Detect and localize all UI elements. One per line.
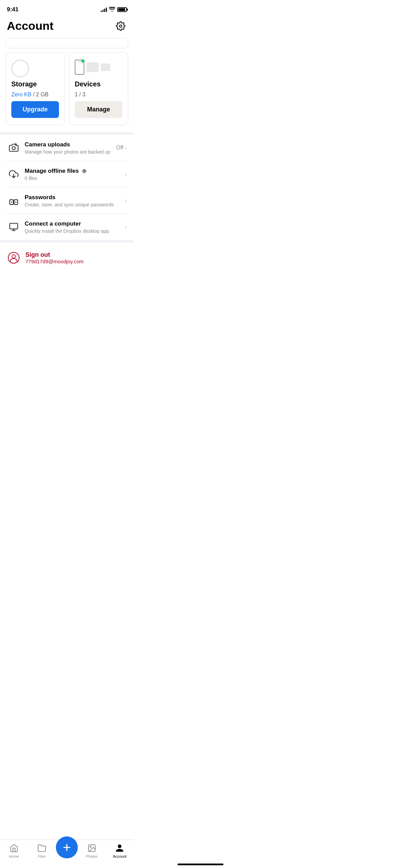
camera-uploads-label: Camera uploads <box>25 141 116 148</box>
device-tablet-icon <box>86 62 99 72</box>
passwords-right: › <box>125 197 127 204</box>
settings-button[interactable] <box>114 20 127 32</box>
offline-files-right: › <box>125 171 127 178</box>
status-icons <box>101 7 127 13</box>
chevron-icon: › <box>125 144 127 152</box>
passwords-label: Passwords <box>25 194 125 201</box>
signout-email: 779d17d9@moodjoy.com <box>25 258 84 264</box>
battery-icon <box>117 7 127 12</box>
menu-item-camera-uploads[interactable]: Camera uploads Manage how your photos ar… <box>7 135 127 161</box>
signout-label: Sign out <box>25 251 84 258</box>
svg-point-6 <box>11 202 12 203</box>
storage-circle-icon <box>11 60 29 77</box>
storage-icon-area <box>11 60 59 77</box>
offline-files-icon <box>7 167 21 181</box>
chevron-icon: › <box>125 171 127 178</box>
status-time: 9:41 <box>7 6 19 13</box>
offline-files-badge <box>82 169 86 173</box>
status-bar: 9:41 <box>0 0 134 16</box>
devices-count: 1 / 3 <box>75 92 122 98</box>
section-divider-2 <box>0 240 134 243</box>
storage-card-title: Storage <box>11 80 59 88</box>
svg-point-12 <box>12 255 15 258</box>
svg-point-7 <box>15 202 17 203</box>
storage-card: Storage Zero KB / 2 GB Upgrade <box>5 52 65 125</box>
devices-icon-group <box>75 60 110 75</box>
storage-separator: / <box>33 92 34 97</box>
camera-uploads-sublabel: Manage how your photos are backed up <box>25 149 116 155</box>
storage-used: Zero KB <box>11 92 32 97</box>
offline-files-text: Manage offline files 0 files <box>25 168 125 181</box>
header: Account <box>0 16 134 38</box>
connect-computer-text: Connect a computer Quickly install the D… <box>25 220 125 234</box>
signal-icon <box>101 7 107 12</box>
offline-files-label: Manage offline files <box>25 168 125 174</box>
upgrade-button[interactable]: Upgrade <box>11 101 59 118</box>
devices-card: Devices 1 / 3 Manage <box>69 52 128 125</box>
storage-usage: Zero KB / 2 GB <box>11 92 59 98</box>
devices-card-title: Devices <box>75 80 122 88</box>
offline-files-sublabel: 0 files <box>25 176 125 181</box>
partial-card <box>5 38 128 48</box>
menu-item-passwords[interactable]: Passwords Create, save, and sync unique … <box>7 188 127 214</box>
connect-computer-label: Connect a computer <box>25 220 125 227</box>
menu-item-connect-computer[interactable]: Connect a computer Quickly install the D… <box>7 214 127 240</box>
cards-row: Storage Zero KB / 2 GB Upgrade <box>0 52 134 132</box>
chevron-icon: › <box>125 197 127 204</box>
connect-computer-sublabel: Quickly install the Dropbox desktop app <box>25 228 125 234</box>
device-active-dot <box>81 59 85 63</box>
devices-icon-area <box>75 60 122 77</box>
chevron-icon: › <box>125 224 127 231</box>
svg-point-0 <box>120 25 122 27</box>
camera-uploads-text: Camera uploads Manage how your photos ar… <box>25 141 116 155</box>
page-title: Account <box>7 19 53 33</box>
camera-uploads-icon <box>7 141 21 155</box>
camera-uploads-status: Off <box>116 145 123 151</box>
menu-section: Camera uploads Manage how your photos ar… <box>0 135 134 240</box>
camera-uploads-right: Off › <box>116 144 127 152</box>
device-phone-icon <box>75 60 84 75</box>
svg-point-1 <box>12 147 15 150</box>
svg-rect-8 <box>10 224 17 229</box>
connect-computer-right: › <box>125 224 127 231</box>
passwords-sublabel: Create, save, and sync unique passwords <box>25 202 125 207</box>
signout-icon <box>7 251 21 265</box>
passwords-icon <box>7 194 21 207</box>
menu-item-offline-files[interactable]: Manage offline files 0 files › <box>7 161 127 188</box>
signout-text: Sign out 779d17d9@moodjoy.com <box>25 251 84 264</box>
device-desktop-icon <box>101 63 110 71</box>
connect-computer-icon <box>7 220 21 234</box>
signout-section[interactable]: Sign out 779d17d9@moodjoy.com <box>0 243 134 273</box>
passwords-text: Passwords Create, save, and sync unique … <box>25 194 125 207</box>
section-divider-1 <box>0 132 134 135</box>
storage-total: 2 GB <box>36 92 48 97</box>
manage-button[interactable]: Manage <box>75 101 122 118</box>
wifi-icon <box>109 7 115 13</box>
